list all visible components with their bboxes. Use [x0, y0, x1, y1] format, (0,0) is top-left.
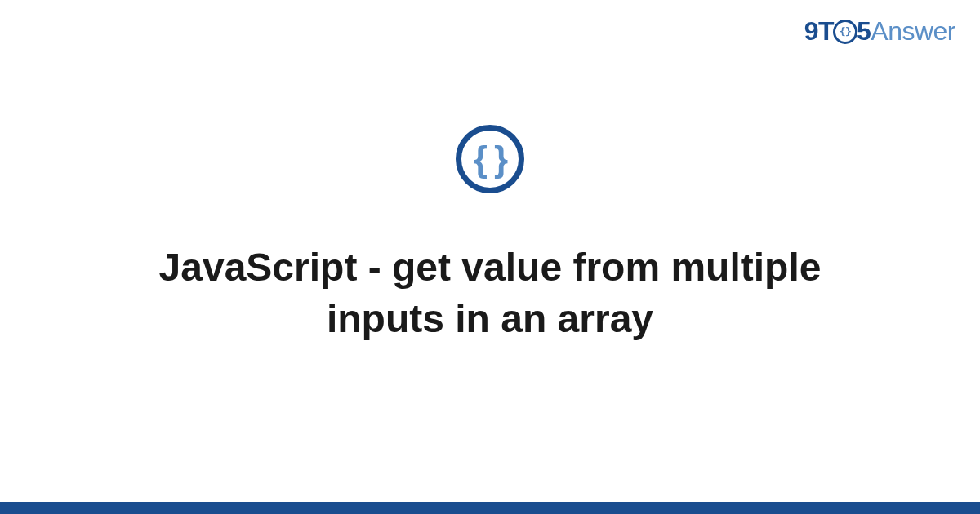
category-icon-circle: { }	[456, 125, 524, 193]
code-braces-icon: { }	[474, 141, 506, 177]
bottom-accent-bar	[0, 502, 980, 514]
main-content: { } JavaScript - get value from multiple…	[0, 0, 980, 502]
page-title: JavaScript - get value from multiple inp…	[122, 242, 858, 344]
